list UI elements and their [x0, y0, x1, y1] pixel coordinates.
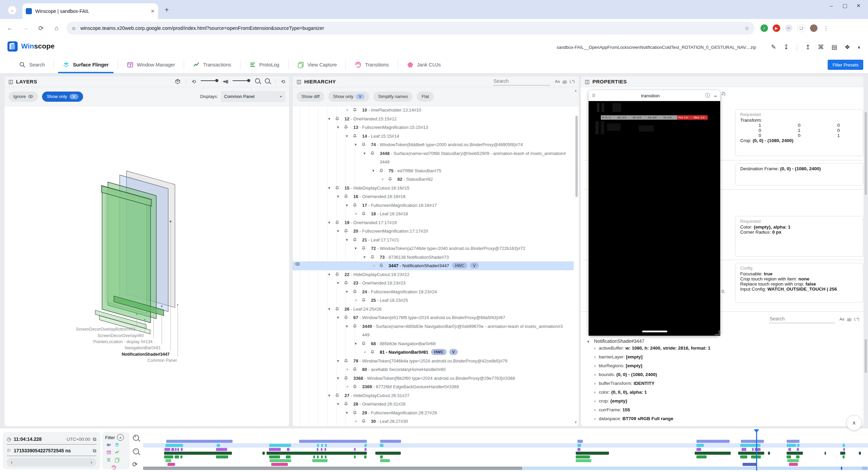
pin-icon[interactable]: [335, 116, 339, 121]
tree-node-20[interactable]: ▼20 - FullscreenMagnification:17:17#20: [292, 227, 574, 236]
transactions-bar[interactable]: [768, 452, 770, 455]
docs-icon[interactable]: ▤: [831, 43, 837, 51]
forward-icon[interactable]: →: [18, 24, 33, 32]
expand-icon[interactable]: ▼: [345, 236, 349, 244]
expand-icon[interactable]: ▼: [336, 192, 340, 201]
drag-handle-icon[interactable]: ⠿: [592, 93, 596, 98]
screen-recording-bar[interactable]: [577, 440, 583, 443]
window-manager-bar[interactable]: [287, 448, 290, 451]
tab-window-manager[interactable]: Window Manager: [118, 56, 184, 73]
surface-flinger-bar[interactable]: [317, 444, 319, 447]
resize-handle[interactable]: [715, 330, 719, 335]
tree-node-10[interactable]: 10 - ImePlaceholder:13:14#10: [292, 106, 574, 115]
screen-recording-bar[interactable]: [787, 440, 800, 443]
omnibox[interactable]: ⊙ winscope.teams.x20web.corp.google.com/…: [66, 22, 755, 35]
tree-node-23[interactable]: ▼23 - OneHanded:18:23#23: [292, 279, 574, 288]
expand-icon[interactable]: ▼: [345, 201, 349, 210]
tree-node-68[interactable]: ▼68 - 885b63e NavigationBar0#68: [292, 339, 574, 348]
transition-popup[interactable]: ⠿ transition ⓘ – P: 0 / 1dX: 0.0dY: 0.0X…: [589, 90, 720, 336]
screen-recording-bar[interactable]: [696, 440, 730, 443]
properties-search-input[interactable]: Search: [769, 315, 835, 323]
tree-node-82[interactable]: 82 - StatusBar#82: [292, 175, 574, 184]
pin-icon[interactable]: [335, 220, 339, 225]
tree-node-81[interactable]: 81 - NavigationBar0#81HWCV: [292, 348, 574, 357]
property-row[interactable]: bounds: (0, 0) - (1080, 2400): [587, 370, 854, 379]
transactions-bar[interactable]: [164, 452, 232, 455]
minimap-position-tick[interactable]: [841, 467, 842, 470]
transactions-bar[interactable]: [840, 452, 845, 455]
prev-entry-icon[interactable]: ‹: [11, 459, 13, 465]
extensions-puzzle-icon[interactable]: ❑: [797, 24, 805, 32]
tree-node-21[interactable]: ▼21 - Leaf:17:17#21: [292, 236, 574, 244]
surface-flinger-trace-icon[interactable]: [114, 442, 120, 448]
tree-node-19[interactable]: ▼19 - OneHanded:17:17#19: [292, 218, 574, 227]
view-capture-trace-icon[interactable]: [114, 457, 120, 463]
timeline-reset-icon[interactable]: ⟳: [132, 460, 138, 468]
expand-icon[interactable]: ▼: [328, 305, 331, 314]
tree-node-29[interactable]: ▼29 - FullscreenMagnification:26:27#29: [292, 409, 574, 417]
pin-icon[interactable]: [370, 151, 375, 156]
window-close-icon[interactable]: ✕: [852, 3, 865, 9]
pin-icon[interactable]: [344, 229, 348, 234]
pin-icon[interactable]: [335, 393, 339, 398]
expand-icon[interactable]: ▼: [328, 270, 331, 279]
reset-view-icon[interactable]: ⟲: [281, 79, 285, 85]
scroll-down-icon[interactable]: ▼: [574, 420, 577, 424]
protolog-bar[interactable]: [796, 455, 800, 458]
pin-icon[interactable]: [353, 134, 357, 139]
minimize-icon[interactable]: –: [714, 93, 717, 99]
ignore-chip[interactable]: Ignore: [8, 92, 38, 102]
transactions-bar[interactable]: [262, 452, 265, 455]
properties-scrollbar[interactable]: [865, 112, 867, 195]
protolog-bar[interactable]: [364, 455, 367, 458]
surface-flinger-bar[interactable]: [577, 444, 581, 447]
pin-icon[interactable]: [344, 280, 348, 286]
surface-flinger-bar[interactable]: [787, 444, 796, 447]
browser-tab[interactable]: Winscope | sandbox-FAIL ✕: [22, 3, 158, 19]
screen-recording-bar[interactable]: [741, 440, 764, 443]
scroll-to-top-fab[interactable]: ∧: [846, 415, 862, 431]
timeline-marker[interactable]: [756, 431, 757, 471]
surface-flinger-bar[interactable]: [269, 444, 291, 447]
window-manager-bar[interactable]: [742, 448, 746, 451]
pin-icon[interactable]: [335, 272, 339, 277]
minimap-thumb[interactable]: [143, 467, 522, 470]
zoom-in-icon[interactable]: +: [255, 78, 260, 85]
screen-recording-bar[interactable]: [380, 440, 401, 443]
tree-node-72[interactable]: ▼72 - WindowToken{a2746de type=2040 andr…: [292, 244, 574, 253]
upload-icon[interactable]: ↥: [805, 43, 810, 51]
protolog-bar[interactable]: [317, 455, 319, 458]
tree-node-30[interactable]: 30 - Leaf:26:27#30: [292, 417, 574, 426]
window-manager-bar[interactable]: [752, 448, 754, 451]
transactions-bar[interactable]: [825, 452, 826, 455]
transactions-bar[interactable]: [375, 452, 401, 455]
ns-timestamp[interactable]: 1715339054227572545 ns: [14, 448, 71, 453]
view-capture-bar[interactable]: [312, 459, 328, 462]
extension-play-icon[interactable]: ▶: [773, 24, 780, 32]
view-capture-bar[interactable]: [787, 459, 799, 462]
transactions-bar[interactable]: [695, 452, 731, 455]
window-manager-trace-icon[interactable]: [106, 450, 112, 455]
tree-node-24[interactable]: ▼24 - FullscreenMagnification:18:23#24: [292, 288, 574, 296]
window-manager-bar[interactable]: [164, 448, 170, 451]
view-capture-bar[interactable]: [380, 459, 390, 462]
expand-icon[interactable]: ▼: [336, 227, 340, 236]
pin-icon[interactable]: [361, 341, 366, 346]
surface-flinger-bar[interactable]: [217, 444, 220, 447]
site-settings-icon[interactable]: ⊙: [72, 26, 76, 31]
property-row[interactable]: barrierLayer: [empty]: [587, 353, 854, 361]
window-manager-bar[interactable]: [269, 448, 281, 451]
pin-icon[interactable]: [379, 263, 383, 268]
extension-check-icon[interactable]: ✓: [761, 24, 768, 32]
tree-node-3368[interactable]: ▼3368 - WindowToken{f6b2f60 type=2024 an…: [292, 374, 574, 383]
surface-flinger-bar[interactable]: [380, 444, 383, 447]
tree-node-13[interactable]: ▼13 - FullscreenMagnification:15:15#13: [292, 123, 574, 132]
layer-label[interactable]: ScreenDecorOverlayBottom#61: [76, 327, 136, 332]
3d-view-icon[interactable]: [175, 79, 181, 85]
edit-icon[interactable]: ✎: [771, 43, 776, 51]
protolog-bar[interactable]: [321, 455, 323, 458]
info-icon[interactable]: ⓘ: [705, 93, 710, 99]
back-icon[interactable]: ←: [2, 24, 18, 32]
tree-node-18[interactable]: 18 - Leaf:16:16#18: [292, 210, 574, 218]
protolog-bar[interactable]: [354, 455, 356, 458]
